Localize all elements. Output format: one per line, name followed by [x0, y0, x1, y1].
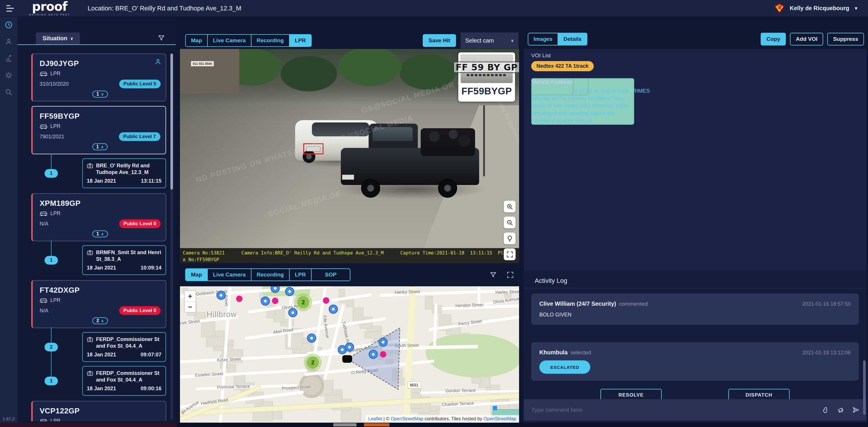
details-tab-details[interactable]: Details [558, 33, 587, 45]
hit-camera-name: BRMFN_Smit St and Henri St_38.3_A [96, 249, 161, 262]
map-tab-map[interactable]: Map [186, 269, 208, 280]
alert-marker[interactable] [323, 297, 329, 304]
situation-card-group: FF59BYGPLPR7901/2021Public Level 71∧1BRE… [31, 106, 166, 189]
camera-tab-live-camera[interactable]: Live Camera [208, 35, 251, 46]
street-label: Hillbrow [207, 310, 237, 319]
camera-select-dropdown[interactable]: Select cam ∨ [461, 32, 519, 49]
logo-text: proof [32, 1, 67, 13]
camera-marker[interactable] [378, 338, 388, 347]
activity-log: Activity Log Clive William (24/7 Securit… [524, 271, 866, 427]
scrollbar-thumb[interactable] [863, 360, 866, 415]
hit-count-toggle[interactable]: 1∧ [92, 231, 107, 237]
map-tab-recording[interactable]: Recording [251, 269, 290, 280]
send-icon[interactable] [852, 406, 859, 414]
rail-search-icon[interactable] [0, 84, 18, 100]
map-tab-sop[interactable]: SOP [312, 269, 350, 280]
hit-count-toggle[interactable]: 2∧ [92, 317, 107, 324]
camera-hit-card[interactable]: 1FERDP_Commissioner St and Fox St_04.4_A… [82, 366, 166, 396]
street-label: Hendon Street [456, 302, 484, 308]
building-photo: 011 551 0500 [180, 49, 239, 94]
hit-count-toggle[interactable]: 1∧ [92, 143, 107, 150]
street-label: Esselen Street [195, 371, 223, 377]
osm-tiles-link[interactable]: OpenStreetMap [484, 416, 516, 421]
plate-crop-card[interactable]: FF 59 BY GP FF59BYGP [458, 52, 515, 102]
map-tab-lpr[interactable]: LPR [290, 269, 312, 280]
menu-icon[interactable] [6, 5, 15, 11]
situation-card-VCP122GP[interactable]: VCP122GPLPRN/APublic Level 01∨ [31, 401, 166, 421]
alert-marker[interactable] [380, 351, 386, 358]
situation-card-FF59BYGP[interactable]: FF59BYGPLPR7901/2021Public Level 71∧ [31, 106, 166, 154]
zoom-out-button[interactable] [504, 217, 516, 228]
add-voi-button[interactable]: Add VOI [790, 33, 823, 45]
announce-icon[interactable] [837, 406, 844, 414]
map-tab-live-camera[interactable]: Live Camera [208, 269, 251, 280]
camera-marker[interactable] [307, 334, 316, 343]
zoom-in-button[interactable] [504, 201, 516, 212]
leaflet-map[interactable]: M31 Goldreich StreetHillbrowrwe StreetKo… [180, 286, 519, 423]
attachment-icon[interactable] [822, 406, 829, 414]
rail-user-icon[interactable] [0, 33, 18, 50]
camera-marker[interactable] [288, 308, 298, 317]
situation-card-FT42DXGP[interactable]: FT42DXGPLPRN/APublic Level 02∧ [31, 280, 166, 328]
plate-crop-caption: FF59BYGP [461, 83, 513, 99]
light-toggle-button[interactable] [504, 233, 516, 244]
fullscreen-button[interactable] [504, 248, 516, 260]
situation-card-XPM189GP[interactable]: XPM189GPLPRN/APublic Level 01∧ [31, 193, 166, 241]
filter-icon[interactable] [158, 34, 165, 42]
map-zoom-in[interactable]: + [185, 291, 195, 302]
camera-marker[interactable] [261, 297, 270, 306]
cluster-marker[interactable]: 2 [304, 354, 322, 371]
rail-history-clock-icon[interactable] [0, 17, 18, 33]
nav-rail: 1.67.2 [0, 17, 18, 427]
details-tab-images[interactable]: Images [528, 33, 558, 45]
rail-settings-gear-icon[interactable] [0, 67, 18, 84]
selected-camera-marker[interactable] [342, 355, 352, 363]
hit-count-toggle[interactable]: 1∨ [92, 91, 107, 97]
activity-entries: Clive William (24/7 Security)commented20… [524, 288, 866, 381]
user-menu[interactable]: Kelly de Ricquebourg ▼ [774, 3, 858, 14]
camera-marker[interactable] [369, 350, 378, 359]
osm-link[interactable]: OpenStreetMap [391, 416, 423, 421]
situation-dropdown[interactable]: Situation∨ [36, 32, 80, 44]
rail-analytics-icon[interactable] [0, 50, 18, 67]
copy-button[interactable]: Copy [761, 33, 786, 45]
watermark-text: SOCIAL MEDIA OF [267, 189, 342, 219]
camera-tab-lpr[interactable]: LPR [290, 35, 311, 46]
camera-hit-card[interactable]: 2FERDP_Commissioner St and Fox St_04.4_A… [82, 332, 166, 362]
poi-marker[interactable] [493, 406, 497, 410]
case-ref: N/A [40, 221, 48, 227]
camera-tab-recording[interactable]: Recording [251, 35, 290, 46]
comment-input[interactable] [531, 406, 822, 414]
watermark-text: NO POSTING ON WHATSAPP GROUPS@SOCIAL MED… [195, 114, 414, 184]
alert-marker[interactable] [272, 298, 278, 304]
public-level-badge: Public Level 0 [119, 219, 161, 228]
leaflet-link[interactable]: Leaflet [368, 416, 382, 421]
car-icon [40, 71, 48, 77]
public-level-badge: Public Level 7 [119, 132, 160, 141]
detection-type-label: LPR [50, 71, 60, 77]
camera-marker[interactable] [329, 305, 338, 314]
camera-marker[interactable] [285, 287, 294, 296]
filter-icon[interactable] [490, 271, 497, 278]
camera-tab-map[interactable]: Map [186, 35, 208, 46]
scrollbar-thumb[interactable] [170, 54, 173, 190]
save-hit-button[interactable]: Save Hit [423, 34, 456, 47]
street-label: Harley Street [495, 289, 519, 295]
camera-hit-card[interactable]: 1BRE_O' Reilly Rd and Tudhope Ave_12.3_M… [82, 158, 166, 188]
camera-icon [87, 370, 93, 376]
camera-marker[interactable] [345, 342, 354, 352]
alert-marker[interactable] [236, 296, 243, 302]
camera-hit-card[interactable]: 1BRMFN_Smit St and Henri St_38.3_A18 Jan… [82, 245, 166, 275]
camera-marker[interactable] [216, 291, 226, 300]
fullscreen-icon[interactable] [507, 271, 514, 278]
situation-card-DJ90JYGP[interactable]: DJ90JYGPLPR310/10/2020Public Level 51∨ [31, 54, 166, 101]
suppress-button[interactable]: Suppress [827, 33, 864, 45]
cluster-marker[interactable]: 2 [294, 293, 312, 311]
camera-icon [87, 250, 93, 255]
hit-number-badge: 1 [44, 256, 58, 265]
map-zoom-out[interactable]: − [185, 302, 195, 312]
voi-tag: Nedtex 422 TA 1track [531, 61, 594, 71]
chevron-up-icon: ∧ [101, 145, 104, 149]
user-name: Kelly de Ricquebourg [790, 5, 849, 11]
map-zoom-control: + − [184, 291, 196, 313]
